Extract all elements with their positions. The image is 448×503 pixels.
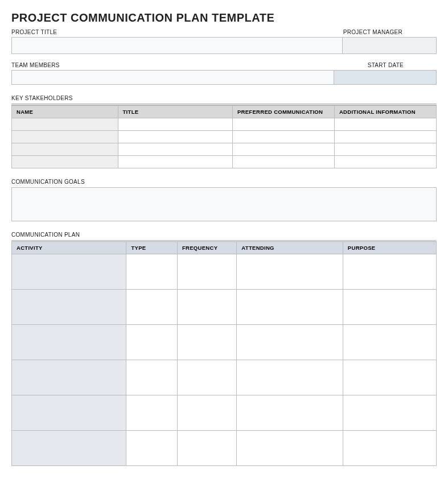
cell-activity[interactable] (12, 395, 126, 431)
plan-label: COMMUNICATION PLAN (11, 232, 437, 238)
cell-additional[interactable] (334, 156, 436, 168)
cell-additional[interactable] (334, 118, 436, 131)
cell-type[interactable] (126, 325, 178, 360)
table-row (12, 395, 437, 431)
start-date-label: START DATE (335, 62, 437, 68)
cell-purpose[interactable] (343, 290, 436, 325)
table-row (12, 431, 437, 466)
cell-title[interactable] (118, 143, 232, 156)
cell-name[interactable] (12, 118, 118, 131)
cell-additional[interactable] (334, 143, 436, 156)
cell-frequency[interactable] (177, 431, 236, 466)
table-row (12, 290, 437, 325)
cell-type[interactable] (126, 290, 178, 325)
cell-activity[interactable] (12, 254, 126, 290)
table-row (12, 131, 437, 143)
plan-table: ACTIVITY TYPE FREQUENCY ATTENDING PURPOS… (11, 240, 437, 466)
cell-activity[interactable] (12, 360, 126, 395)
project-manager-label: PROJECT MANAGER (343, 29, 437, 35)
cell-type[interactable] (126, 431, 178, 466)
stakeholders-table: NAME TITLE PREFERRED COMMUNICATION ADDIT… (11, 105, 437, 168)
table-row (12, 360, 437, 395)
cell-frequency[interactable] (177, 254, 236, 290)
cell-pref-comm[interactable] (232, 131, 334, 143)
cell-attending[interactable] (237, 395, 343, 431)
cell-attending[interactable] (237, 290, 343, 325)
cell-title[interactable] (118, 118, 232, 131)
col-type: TYPE (126, 241, 178, 254)
col-pref-comm: PREFERRED COMMUNICATION (232, 106, 334, 118)
cell-title[interactable] (118, 131, 232, 143)
cell-attending[interactable] (237, 431, 343, 466)
table-row (12, 254, 437, 290)
team-members-label: TEAM MEMBERS (11, 62, 335, 68)
col-activity: ACTIVITY (12, 241, 126, 254)
start-date-input[interactable] (334, 71, 436, 84)
cell-title[interactable] (118, 156, 232, 168)
cell-pref-comm[interactable] (232, 156, 334, 168)
cell-name[interactable] (12, 143, 118, 156)
cell-purpose[interactable] (343, 325, 436, 360)
cell-additional[interactable] (334, 131, 436, 143)
project-title-input[interactable] (12, 38, 343, 53)
cell-frequency[interactable] (177, 325, 236, 360)
cell-activity[interactable] (12, 431, 126, 466)
cell-attending[interactable] (237, 254, 343, 290)
cell-activity[interactable] (12, 325, 126, 360)
cell-attending[interactable] (237, 360, 343, 395)
cell-activity[interactable] (12, 290, 126, 325)
col-additional: ADDITIONAL INFORMATION (334, 106, 436, 118)
col-attending: ATTENDING (237, 241, 343, 254)
cell-pref-comm[interactable] (232, 118, 334, 131)
cell-purpose[interactable] (343, 360, 436, 395)
cell-type[interactable] (126, 360, 178, 395)
project-title-label: PROJECT TITLE (11, 29, 343, 35)
col-purpose: PURPOSE (343, 241, 436, 254)
table-row (12, 156, 437, 168)
stakeholders-label: KEY STAKEHOLDERS (11, 95, 437, 101)
col-title: TITLE (118, 106, 232, 118)
cell-frequency[interactable] (177, 395, 236, 431)
cell-purpose[interactable] (343, 254, 436, 290)
col-frequency: FREQUENCY (177, 241, 236, 254)
cell-purpose[interactable] (343, 395, 436, 431)
cell-name[interactable] (12, 131, 118, 143)
cell-attending[interactable] (237, 325, 343, 360)
table-row (12, 143, 437, 156)
goals-input[interactable] (11, 187, 437, 221)
cell-purpose[interactable] (343, 431, 436, 466)
table-row (12, 118, 437, 131)
cell-frequency[interactable] (177, 290, 236, 325)
cell-pref-comm[interactable] (232, 143, 334, 156)
page-title: PROJECT COMMUNICATION PLAN TEMPLATE (11, 11, 437, 24)
goals-label: COMMUNICATION GOALS (11, 179, 437, 185)
table-row (12, 325, 437, 360)
team-members-input[interactable] (12, 71, 334, 84)
cell-name[interactable] (12, 156, 118, 168)
cell-type[interactable] (126, 395, 178, 431)
cell-type[interactable] (126, 254, 178, 290)
project-manager-input[interactable] (343, 38, 436, 53)
cell-frequency[interactable] (177, 360, 236, 395)
col-name: NAME (12, 106, 118, 118)
